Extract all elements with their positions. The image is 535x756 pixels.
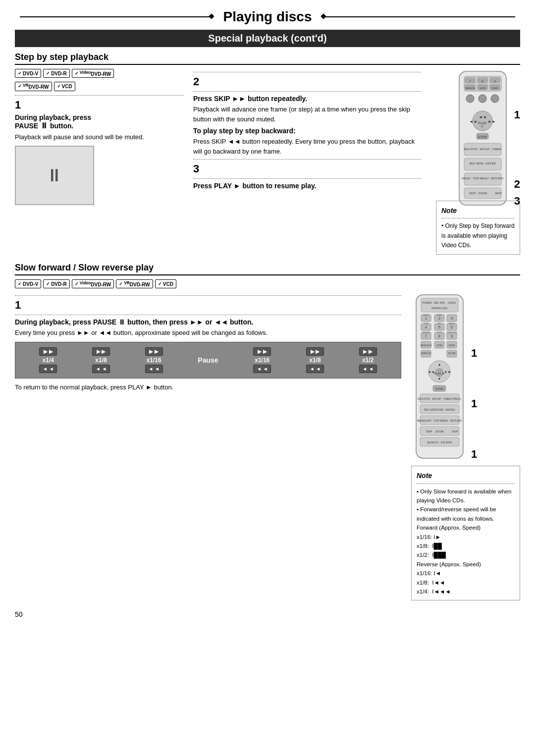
slow-note-dotted	[417, 484, 515, 484]
svg-text:REC MON · ENTER: REC MON · ENTER	[469, 162, 496, 165]
pause-display-icon: ⏸	[46, 165, 63, 186]
badge-video-dvdrw: ✓VideoDVD-RW	[72, 69, 114, 78]
speed-x18r-fwd: ▶ ▶	[306, 347, 324, 356]
speed-diagram: ▶ ▶ x1/4 ◄ ◄ ▶ ▶ x1/8 ◄ ◄ ▶ ▶	[15, 342, 401, 378]
slow-left-col: 1 During playback, press PAUSE ⏸ button,…	[15, 292, 401, 600]
tv-screen-pause: ⏸	[15, 146, 94, 205]
speed-x116r-rev: ◄ ◄	[253, 365, 271, 373]
speed-x12-rev: ◄ ◄	[359, 365, 377, 373]
svg-point-14	[466, 95, 474, 103]
badge-dvd-v: ✓DVD-V	[15, 69, 41, 78]
svg-text:DVD: DVD	[449, 344, 455, 347]
svg-text:ZOOM: ZOOM	[435, 430, 444, 433]
svg-text:OPEN/CLOSE: OPEN/CLOSE	[431, 307, 448, 310]
svg-text:PLAY: PLAY	[478, 121, 487, 125]
slow-step1-text: Every time you press ►► or ◄◄ button, ap…	[15, 328, 401, 338]
slow-disc-badges: ✓DVD-V ✓DVD-R ✓VideoDVD-RW ✓VRDVD-RW ✓VC…	[15, 279, 520, 288]
remote-svg-slow: POWER REC SPD AUDIO OPEN/CLOSE 1 2	[411, 292, 468, 461]
svg-text:POWER: POWER	[423, 301, 432, 304]
svg-text:PQRS: PQRS	[423, 331, 430, 334]
svg-text:ZOOM: ZOOM	[478, 192, 487, 195]
svg-text:MNO: MNO	[449, 322, 455, 325]
svg-text:4: 4	[425, 325, 427, 329]
speed-x18-fwd: ▶ ▶	[92, 347, 110, 356]
slow-num-1a: 1	[471, 347, 477, 360]
slow-numbers-col: 1 1 1	[471, 292, 477, 461]
step2-text: Playback will advance one frame (or step…	[193, 105, 421, 124]
dotted-sep-5	[193, 178, 421, 179]
svg-text:►►: ►►	[488, 119, 496, 124]
svg-text:REC MONITOR · ENTER: REC MONITOR · ENTER	[424, 408, 455, 411]
slow-step1-bold: During playback, press PAUSE ⏸ button, t…	[15, 318, 401, 326]
speed-x18-rev: ◄ ◄	[92, 365, 110, 373]
step-by-step-section: Step by step playback ✓DVD-V ✓DVD-R ✓Vid…	[15, 52, 520, 255]
slow-badge-vcd: ✓VCD	[155, 279, 176, 288]
badge-vr-dvdrw: ✓VRDVD-RW	[15, 82, 52, 91]
svg-text:TUV: TUV	[437, 331, 442, 334]
disc-badges-bottom: ✓VRDVD-RW ✓VCD	[15, 82, 183, 91]
main-title: Playing discs	[214, 9, 322, 25]
svg-text:JKL: JKL	[437, 322, 442, 325]
svg-text:9: 9	[451, 334, 453, 338]
badge-vcd: ✓VCD	[54, 82, 75, 91]
slow-note-title: Note	[417, 470, 515, 481]
svg-text:SEARCH · CM SKIP: SEARCH · CM SKIP	[427, 441, 452, 444]
speed-x116r-fwd: ▶ ▶	[253, 347, 271, 356]
slow-dotted-2	[15, 315, 401, 315]
content-area: Step by step playback ✓DVD-V ✓DVD-R ✓Vid…	[0, 47, 535, 605]
svg-text:VDEOTV: VDEOTV	[447, 331, 457, 334]
num-label-2: 2	[514, 178, 520, 191]
note-text-step: • Only Step by Step forward is available…	[441, 221, 515, 250]
svg-text:STOP: STOP	[478, 135, 487, 139]
svg-text:REC/OTR · SETUP · TIMER PROG.: REC/OTR · SETUP · TIMER PROG.	[418, 397, 462, 400]
svg-text:MENU/LIST · TOP MENU · RETURN: MENU/LIST · TOP MENU · RETURN	[417, 419, 462, 422]
dotted-sep-4	[193, 159, 421, 160]
svg-text:SKIP: SKIP	[495, 192, 502, 195]
num-label-2-row: 2	[431, 178, 520, 191]
title-decoration-left	[20, 16, 214, 17]
speed-x14-rev: ◄ ◄	[39, 365, 57, 373]
svg-text:1: 1	[425, 317, 427, 320]
svg-text:SPACE: SPACE	[465, 87, 475, 90]
speed-x12: ▶ ▶ x1/2 ◄ ◄	[359, 347, 377, 373]
note-title-step: Note	[441, 205, 515, 216]
dotted-sep-3	[193, 91, 421, 92]
step-by-step-content: ✓DVD-V ✓DVD-R ✓VideoDVD-RW ✓VRDVD-RW ✓VC…	[15, 69, 520, 255]
speed-x116l-fwd: ▶ ▶	[145, 347, 163, 356]
note-box-step: Note • Only Step by Step forward is avai…	[436, 201, 520, 255]
slow-remote-nums: POWER REC SPD AUDIO OPEN/CLOSE 1 2	[411, 292, 520, 461]
svg-text:DISPLAY: DISPLAY	[421, 352, 431, 355]
speed-x116-left: ▶ ▶ x1/16 ◄ ◄	[145, 347, 163, 373]
svg-text:◄◄: ◄◄	[479, 115, 486, 119]
page-wrapper: Playing discs Special playback (cont'd) …	[0, 0, 535, 623]
page-number: 50	[15, 610, 23, 618]
speed-x14-fwd: ▶ ▶	[39, 347, 57, 356]
svg-text:PLAY ►: PLAY ►	[434, 372, 445, 375]
speed-x18: ▶ ▶ x1/8 ◄ ◄	[92, 347, 110, 373]
speed-x116-right: ▶ ▶ x1/16 ◄ ◄	[253, 347, 271, 373]
slow-badge-dvdr: ✓DVD-R	[43, 279, 70, 288]
num-label-1: 1	[514, 108, 520, 121]
note-dotted-step	[441, 218, 515, 218]
slow-badge-dvdv: ✓DVD-V	[15, 279, 41, 288]
svg-text:REC/OTR · SETUP · TIMER: REC/OTR · SETUP · TIMER	[464, 148, 501, 151]
svg-text:REC SPD: REC SPD	[434, 301, 445, 304]
svg-point-16	[491, 95, 499, 103]
dotted-sep-2	[193, 72, 421, 72]
page-title-area: Playing discs	[0, 0, 535, 30]
svg-text:6: 6	[451, 325, 453, 329]
svg-text:◄◄: ◄◄	[469, 119, 477, 124]
speed-x12-fwd: ▶ ▶	[359, 347, 377, 356]
step3-number: 3	[193, 162, 421, 175]
svg-text:GHI: GHI	[424, 322, 428, 325]
step-by-step-right: 7 8 9 SPACE VCR DVD	[431, 69, 520, 255]
svg-text:VCR: VCR	[479, 87, 485, 90]
svg-text:AUDIO: AUDIO	[448, 301, 456, 304]
step-by-step-title: Step by step playback	[15, 52, 520, 65]
step2b-title: To play step by step backward:	[193, 127, 421, 135]
dotted-sep-1	[15, 95, 183, 96]
svg-text:SPACE 0: SPACE 0	[421, 344, 432, 347]
title-decoration-right	[321, 16, 515, 17]
slow-badge-vr-dvdrw: ✓VRDVD-RW	[116, 279, 153, 288]
speed-pause: Pause	[198, 356, 218, 364]
